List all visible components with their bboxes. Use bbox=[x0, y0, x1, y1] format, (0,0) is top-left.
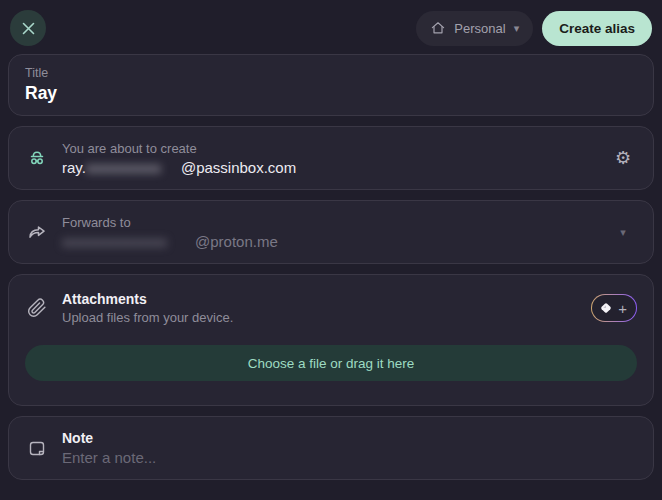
title-value: Ray bbox=[25, 83, 637, 104]
redacted-alias-segment: xxxxxxxxxx bbox=[86, 159, 181, 176]
title-field[interactable]: Title Ray bbox=[8, 54, 654, 116]
gear-icon: ⚙ bbox=[615, 149, 631, 167]
redacted-forward-segment: xxxxxxxxxxxxxx bbox=[62, 233, 195, 250]
attachments-section: Attachments Upload files from your devic… bbox=[8, 274, 654, 406]
vault-selector[interactable]: Personal ▾ bbox=[416, 11, 533, 46]
chevron-down-icon: ▾ bbox=[514, 22, 520, 35]
close-button[interactable] bbox=[10, 10, 46, 46]
top-bar: Personal ▾ Create alias bbox=[8, 0, 654, 54]
forwards-address: xxxxxxxxxxxxxx@proton.me bbox=[62, 233, 609, 250]
alias-settings-button[interactable]: ⚙ bbox=[609, 144, 637, 172]
pass-plus-diamond-icon bbox=[598, 300, 614, 316]
alias-preview-label: You are about to create bbox=[62, 141, 609, 156]
forwards-dropdown[interactable]: ▾ bbox=[609, 218, 637, 246]
chevron-down-icon: ▾ bbox=[620, 226, 626, 239]
plus-icon: + bbox=[618, 301, 627, 316]
create-alias-button[interactable]: Create alias bbox=[542, 11, 652, 46]
note-label: Note bbox=[62, 430, 637, 446]
alias-preview-row: You are about to create ray.xxxxxxxxxx@p… bbox=[8, 126, 654, 190]
attachments-upgrade-button[interactable]: + bbox=[591, 294, 637, 322]
paperclip-icon bbox=[25, 298, 49, 318]
forwards-label: Forwards to bbox=[62, 215, 609, 230]
alias-disguise-icon bbox=[25, 147, 49, 169]
note-icon bbox=[25, 438, 49, 458]
forward-arrow-icon bbox=[25, 221, 49, 243]
vault-label: Personal bbox=[454, 21, 505, 36]
attachments-title: Attachments bbox=[62, 291, 233, 307]
title-label: Title bbox=[25, 66, 637, 80]
close-icon bbox=[22, 22, 35, 35]
note-placeholder: Enter a note... bbox=[62, 449, 637, 466]
choose-file-button[interactable]: Choose a file or drag it here bbox=[25, 345, 637, 381]
forwards-to-row[interactable]: Forwards to xxxxxxxxxxxxxx@proton.me ▾ bbox=[8, 200, 654, 264]
alias-address: ray.xxxxxxxxxx@passinbox.com bbox=[62, 159, 609, 176]
home-icon bbox=[430, 20, 446, 36]
attachments-subtitle: Upload files from your device. bbox=[62, 310, 233, 325]
create-alias-panel: Personal ▾ Create alias Title Ray You ar… bbox=[0, 0, 662, 500]
note-field[interactable]: Note Enter a note... bbox=[8, 416, 654, 480]
